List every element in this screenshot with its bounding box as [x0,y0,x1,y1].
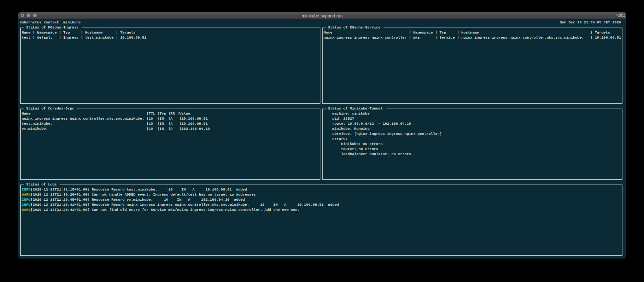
svg-text:1: 1 [623,13,625,18]
